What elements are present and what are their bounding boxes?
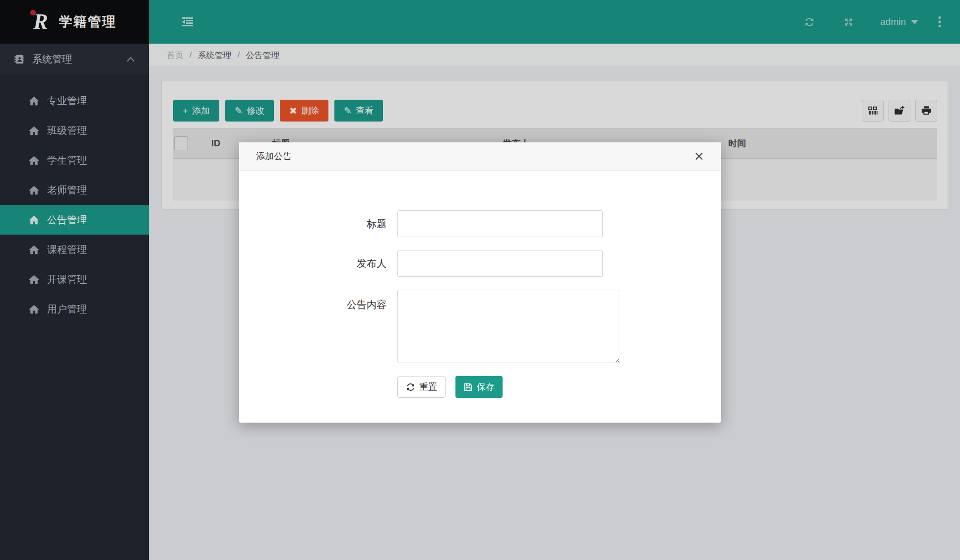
form-row-title: 标题 — [239, 210, 721, 237]
modal-body: 标题 发布人 公告内容 重置 — [239, 171, 721, 398]
title-input[interactable] — [397, 210, 603, 237]
app-screen: R 学籍管理 ad — [0, 0, 960, 560]
publisher-input[interactable] — [397, 250, 603, 277]
close-icon — [694, 151, 704, 161]
publisher-label: 发布人 — [239, 250, 386, 277]
modal-title: 添加公告 — [256, 150, 292, 162]
reset-button[interactable]: 重置 — [397, 376, 446, 398]
reset-refresh-icon — [406, 382, 415, 392]
save-button[interactable]: 保存 — [455, 376, 503, 398]
reset-button-label: 重置 — [419, 381, 437, 393]
save-button-label: 保存 — [477, 381, 495, 393]
form-row-publisher: 发布人 — [239, 250, 721, 277]
form-row-content: 公告内容 — [239, 290, 721, 363]
add-announcement-modal: 添加公告 标题 发布人 公告内容 — [239, 142, 721, 423]
title-label: 标题 — [239, 210, 386, 237]
content-textarea[interactable] — [397, 290, 620, 363]
content-label: 公告内容 — [239, 290, 386, 311]
modal-header: 添加公告 — [239, 142, 721, 171]
modal-close-button[interactable] — [694, 151, 704, 161]
modal-actions: 重置 保存 — [397, 376, 721, 398]
save-floppy-icon — [463, 382, 473, 392]
